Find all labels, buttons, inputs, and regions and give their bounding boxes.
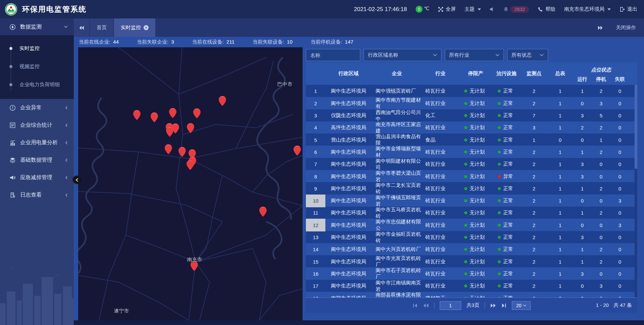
- map-pin[interactable]: [187, 123, 194, 133]
- map-roads-layer: [78, 47, 303, 320]
- stat-item: 当前失联企业: 3: [137, 39, 174, 45]
- cell-industry: 砖瓦行业: [422, 267, 459, 280]
- prev-page-button[interactable]: [423, 303, 429, 308]
- table-scrollbar[interactable]: [635, 85, 637, 297]
- map-panel[interactable]: 巴中市南充市遂宁市: [78, 47, 303, 320]
- sidebar-item-power-analysis[interactable]: 企业用电量分析: [0, 134, 74, 151]
- map-pin[interactable]: [165, 144, 172, 154]
- cell-industry: 砖瓦行业: [422, 195, 459, 207]
- chevron-left-icon: [65, 193, 68, 197]
- name-filter-input[interactable]: [306, 49, 360, 61]
- map-pin[interactable]: [178, 147, 186, 157]
- table-row[interactable]: 11阆中生态环境局阆中市五马桥页岩机砖砖瓦行业无计划正常21120: [306, 207, 637, 219]
- next-page-button[interactable]: [490, 303, 496, 308]
- last-page-button[interactable]: [501, 303, 506, 308]
- fullscreen-button[interactable]: 全屏: [438, 6, 456, 12]
- cell-run-count: 1: [573, 243, 592, 255]
- map-pin[interactable]: [193, 108, 201, 118]
- cell-limit-status: 无计划: [459, 85, 492, 97]
- cell-stop-count: 2: [592, 146, 610, 158]
- sidebar-item-emergency-reduction[interactable]: 应急减排管理: [0, 169, 74, 186]
- table-row[interactable]: 15阆中生态环境局阆中市光富页岩机砖厂砖瓦行业无计划正常21120: [306, 255, 637, 267]
- sidebar-item-log-view[interactable]: 日志查看: [0, 186, 74, 204]
- table-row[interactable]: 14阆中生态环境局阆中大兴页岩机砖厂砖瓦行业无计划正常21120: [306, 243, 637, 255]
- logout-button[interactable]: 退出: [620, 6, 637, 12]
- cell-limit-status: 无计划: [459, 158, 492, 171]
- table-row[interactable]: 13阆中生态环境局阆中市金福旺页岩机砖砖瓦行业无计划正常21300: [306, 231, 637, 243]
- help-button[interactable]: 帮助: [538, 6, 555, 12]
- tabs-scroll-right-button[interactable]: [598, 25, 603, 30]
- region-filter-select[interactable]: 行政区域名称: [364, 49, 441, 61]
- table-row[interactable]: 12阆中生态环境局阆中市忠信建材有限公砖瓦行业无计划正常21003: [306, 219, 637, 231]
- table-row[interactable]: 4高坪生态环境局南充市高坪区王家店建砖瓦行业无计划正常31220: [306, 121, 637, 133]
- table-row[interactable]: 6阆中生态环境局阆中市金博瑞新型墙材砖瓦行业无计划正常21120: [306, 146, 637, 158]
- theme-dropdown[interactable]: 主题: [465, 6, 481, 12]
- table-row[interactable]: 7阆中生态环境局阆中明阳建材有限公司砖瓦行业无计划正常21300: [306, 158, 637, 170]
- cell-run-count: 0: [573, 133, 592, 146]
- page-size-select[interactable]: 20: [512, 301, 531, 310]
- tab-home[interactable]: 首页: [90, 18, 113, 37]
- map-pin[interactable]: [151, 112, 158, 122]
- first-page-button[interactable]: [413, 303, 418, 308]
- scrollbar-thumb[interactable]: [635, 85, 637, 169]
- sidebar-collapse-button[interactable]: [73, 176, 81, 184]
- table-row[interactable]: 10阆中生态环境局阆中千佛镇五郎垭页岩砖瓦行业无计划正常21003: [306, 195, 637, 207]
- map-pin[interactable]: [186, 160, 194, 170]
- cell-run-count: 3: [573, 231, 592, 244]
- cell-region: 阆中生态环境局: [325, 219, 372, 231]
- status-dot-green: [498, 187, 501, 190]
- cell-run-count: 1: [573, 207, 592, 219]
- sidebar-item-realtime-monitor[interactable]: 实时监控: [0, 39, 74, 57]
- status-dot-green: [498, 284, 501, 287]
- table-row[interactable]: 16阆中生态环境局阆中市石子页岩机砖厂砖瓦行业无计划正常21300: [306, 267, 637, 279]
- cell-industry: 砖瓦行业: [422, 146, 459, 158]
- map-pin[interactable]: [219, 96, 226, 106]
- table-row[interactable]: 3仪陇生态环境局西南油气田分公司川中化工无计划正常71350: [306, 109, 637, 121]
- cell-stop-count: 6: [592, 292, 610, 297]
- cell-limit-status: 无计划: [459, 170, 492, 183]
- sidebar-item-base-data[interactable]: 基础数据管理: [0, 151, 74, 169]
- table-row[interactable]: 2阆中生态环境局阆中市南方节能建材有砖瓦行业无计划正常21030: [306, 97, 637, 109]
- cell-facility-status: 正常: [492, 231, 521, 244]
- sidebar-item-video-monitor[interactable]: 视频监控: [0, 57, 74, 75]
- table-row[interactable]: 8阆中生态环境局阆中市枣碧大梁山页岩砖瓦行业无计划异常21300: [306, 170, 637, 182]
- col-point-status-group: 点位状态: [573, 62, 629, 74]
- divider: [434, 302, 434, 309]
- status-dot-green: [464, 199, 467, 202]
- org-dropdown[interactable]: 南充市生态环境局: [564, 6, 611, 12]
- sidebar-item-data-monitor[interactable]: 数据监测: [0, 18, 74, 35]
- map-pin[interactable]: [166, 127, 173, 137]
- close-icon[interactable]: ✕: [144, 25, 149, 30]
- map-pin[interactable]: [169, 108, 176, 118]
- sidebar-item-company-statistics[interactable]: 企业综合统计: [0, 116, 74, 134]
- map-pin[interactable]: [259, 207, 267, 217]
- cell-run-count: 2: [573, 121, 592, 134]
- sidebar-item-company-abnormal[interactable]: 企业异常: [0, 99, 74, 116]
- table-row[interactable]: 18南部生态环境局南部县双佛水泥有限公建材加工无计划正常60060: [306, 292, 637, 297]
- mute-button[interactable]: [490, 7, 495, 12]
- table-row[interactable]: 9阆中生态环境局阆中市二龙长宝页岩砖砖瓦行业无计划正常21120: [306, 182, 637, 194]
- tabs-scroll-left-button[interactable]: [74, 18, 89, 37]
- page-number-input[interactable]: 1: [440, 301, 461, 310]
- map-pin[interactable]: [293, 146, 301, 156]
- table-row[interactable]: 1阆中生态环境局阆中强锐页岩砖厂砖瓦行业无计划正常21120: [306, 85, 637, 97]
- cell-limit-status: 无计划: [459, 231, 492, 244]
- cell-meter-count: 1: [547, 267, 573, 280]
- sidebar-item-power-load-detail[interactable]: 企业电力负荷明细: [0, 75, 74, 94]
- map-pin[interactable]: [133, 110, 141, 120]
- status-dot-green: [464, 284, 467, 287]
- table-row[interactable]: 17阆中生态环境局阆中市江南镇阆南页岩砖瓦行业无计划正常21030: [306, 280, 637, 292]
- table-row[interactable]: 5营山生态环境局营山县润丰肉食品有限食品无计划正常10010: [306, 133, 637, 146]
- close-operations-dropdown[interactable]: 关闭操作: [616, 24, 636, 31]
- status-filter-select[interactable]: 所有状态: [507, 49, 548, 61]
- cell-lost-count: 3: [610, 195, 629, 207]
- notification-button[interactable]: 2632: [503, 6, 529, 13]
- cell-region: 阆中生态环境局: [325, 231, 372, 244]
- status-dot-green: [498, 260, 501, 263]
- tab-realtime-monitor[interactable]: 实时监控 ✕: [114, 18, 155, 37]
- map-city-label: 巴中市: [277, 81, 292, 87]
- cell-company: 南部县双佛水泥有限公: [372, 292, 422, 297]
- cell-limit-status: 无计划: [459, 195, 492, 207]
- industry-filter-select[interactable]: 所有行业: [445, 49, 504, 61]
- cell-company: 阆中明阳建材有限公司: [372, 158, 422, 171]
